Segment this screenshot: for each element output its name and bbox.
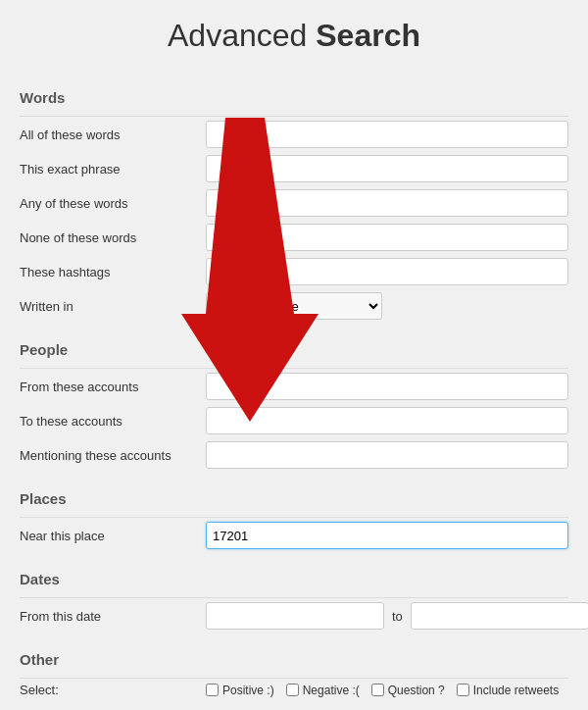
row-written-in: Written in Any Language English Spanish …: [20, 292, 568, 320]
checkbox-item-question[interactable]: Question ?: [371, 684, 445, 697]
dates-row: to: [206, 602, 588, 630]
checkbox-include-retweets[interactable]: [457, 684, 469, 696]
label-hashtags: These hashtags: [20, 265, 206, 279]
divider-dates: [20, 597, 568, 598]
row-dates: From this date to: [20, 602, 568, 630]
label-exact-phrase: This exact phrase: [20, 162, 206, 177]
input-to-accounts[interactable]: [206, 407, 568, 434]
select-language[interactable]: Any Language English Spanish French: [206, 292, 382, 320]
row-mentioning-accounts: Mentioning these accounts: [20, 441, 568, 469]
label-written-in: Written in: [20, 299, 206, 314]
label-none-words: None of these words: [20, 230, 206, 245]
divider-other: [20, 678, 568, 679]
checkbox-positive[interactable]: [206, 684, 219, 696]
row-any-words: Any of these words: [20, 189, 568, 217]
row-all-words: All of these words: [20, 121, 568, 148]
input-from-accounts[interactable]: [206, 373, 568, 400]
label-include-retweets: Include retweets: [473, 684, 559, 697]
input-to-date[interactable]: [411, 602, 588, 630]
label-negative: Negative :(: [303, 684, 360, 697]
title-normal: Advanced: [168, 18, 316, 53]
checkbox-item-include-retweets[interactable]: Include retweets: [457, 684, 559, 697]
input-none-words[interactable]: [206, 224, 568, 251]
label-question: Question ?: [388, 684, 445, 697]
label-mentioning-accounts: Mentioning these accounts: [20, 448, 206, 463]
row-other: Select: Positive :) Negative :( Question…: [20, 683, 568, 697]
checkbox-item-negative[interactable]: Negative :(: [286, 684, 360, 697]
input-any-words[interactable]: [206, 189, 568, 217]
checkbox-negative[interactable]: [286, 684, 299, 696]
section-other: Other: [20, 651, 568, 668]
label-from-accounts: From these accounts: [20, 380, 206, 394]
label-all-words: All of these words: [20, 127, 206, 142]
label-near-place: Near this place: [20, 529, 206, 543]
input-near-place[interactable]: [206, 522, 568, 549]
input-from-date[interactable]: [206, 602, 384, 630]
page-title: Advanced Search: [20, 0, 568, 72]
title-bold: Search: [316, 18, 420, 53]
input-exact-phrase[interactable]: [206, 155, 568, 182]
row-none-words: None of these words: [20, 224, 568, 251]
divider-people: [20, 368, 568, 369]
row-to-accounts: To these accounts: [20, 407, 568, 434]
divider-words: [20, 116, 568, 117]
label-select: Select:: [20, 683, 206, 697]
label-from-date: From this date: [20, 609, 206, 624]
label-positive: Positive :): [222, 684, 274, 697]
input-mentioning-accounts[interactable]: [206, 441, 568, 469]
section-places: Places: [20, 490, 568, 507]
to-label: to: [384, 609, 411, 624]
checkboxes-wrap: Positive :) Negative :( Question ? Inclu…: [206, 684, 568, 697]
section-words: Words: [20, 89, 568, 106]
input-hashtags[interactable]: [206, 258, 568, 285]
row-hashtags: These hashtags: [20, 258, 568, 285]
section-people: People: [20, 341, 568, 358]
row-from-accounts: From these accounts: [20, 373, 568, 400]
label-to-accounts: To these accounts: [20, 414, 206, 429]
select-wrap-language: Any Language English Spanish French: [206, 292, 382, 320]
checkbox-question[interactable]: [371, 684, 384, 696]
row-near-place: Near this place: [20, 522, 568, 549]
input-all-words[interactable]: [206, 121, 568, 148]
row-exact-phrase: This exact phrase: [20, 155, 568, 182]
section-dates: Dates: [20, 571, 568, 587]
divider-places: [20, 517, 568, 518]
checkbox-item-positive[interactable]: Positive :): [206, 684, 274, 697]
label-any-words: Any of these words: [20, 196, 206, 211]
page-wrapper: Advanced Search Words All of these words…: [0, 0, 588, 710]
